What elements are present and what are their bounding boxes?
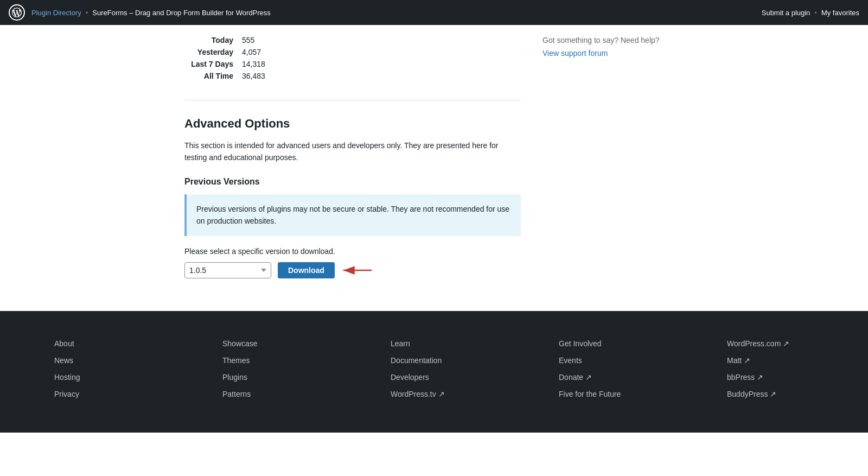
- wordpress-logo[interactable]: [9, 4, 25, 21]
- plugin-directory-link[interactable]: Plugin Directory: [31, 9, 81, 17]
- page-wrapper: Today 555 Yesterday 4,057 Last 7 Days 14…: [174, 25, 694, 278]
- footer-link[interactable]: Matt ↗: [727, 355, 814, 366]
- advanced-options-desc: This section is intended for advanced us…: [184, 139, 521, 164]
- previous-versions-title: Previous Versions: [184, 177, 521, 187]
- last7-value: 14,318: [242, 60, 265, 68]
- warning-box: Previous versions of plugins may not be …: [184, 194, 521, 236]
- footer-link[interactable]: WordPress.tv ↗: [391, 389, 477, 400]
- footer-link[interactable]: Privacy: [54, 389, 141, 400]
- footer-col-3: LearnDocumentationDevelopersWordPress.tv…: [391, 338, 477, 405]
- nav-right-separator: •: [814, 9, 817, 17]
- site-footer: AboutNewsHostingPrivacy ShowcaseThemesPl…: [0, 311, 868, 433]
- footer-link[interactable]: Plugins: [222, 372, 309, 383]
- advanced-options-title: Advanced Options: [184, 117, 521, 131]
- section-divider: [184, 100, 521, 100]
- stats-row-yesterday: Yesterday 4,057: [184, 48, 265, 56]
- stats-row-last7: Last 7 Days 14,318: [184, 60, 265, 68]
- yesterday-label: Yesterday: [184, 48, 233, 56]
- breadcrumb: Plugin Directory • SureForms – Drag and …: [31, 9, 271, 17]
- footer-link[interactable]: About: [54, 338, 141, 350]
- footer-link[interactable]: Patterns: [222, 389, 309, 400]
- last7-label: Last 7 Days: [184, 60, 233, 68]
- support-area: Got something to say? Need help? View su…: [542, 25, 684, 58]
- footer-link[interactable]: News: [54, 355, 141, 366]
- footer-link[interactable]: WordPress.com ↗: [727, 338, 814, 350]
- footer-link[interactable]: Developers: [391, 372, 477, 383]
- nav-separator: •: [86, 9, 88, 17]
- yesterday-value: 4,057: [242, 48, 261, 56]
- alltime-value: 36,483: [242, 72, 265, 80]
- top-navigation: Plugin Directory • SureForms – Drag and …: [0, 0, 868, 25]
- download-button[interactable]: Download: [278, 262, 335, 278]
- plugin-title: SureForms – Drag and Drop Form Builder f…: [92, 9, 270, 17]
- nav-right-actions: Submit a plugin • My favorites: [762, 9, 859, 17]
- version-select[interactable]: 1.0.51.0.41.0.31.0.21.0.11.0.0: [184, 262, 271, 278]
- side-column: Got something to say? Need help? View su…: [542, 25, 684, 278]
- today-label: Today: [184, 36, 233, 45]
- footer-col-5: WordPress.com ↗Matt ↗bbPress ↗BuddyPress…: [727, 338, 814, 405]
- submit-plugin-link[interactable]: Submit a plugin: [762, 9, 810, 17]
- footer-col-2: ShowcaseThemesPluginsPatterns: [222, 338, 309, 405]
- today-value: 555: [242, 36, 254, 45]
- support-prompt: Got something to say? Need help?: [542, 36, 684, 45]
- advanced-options-section: Advanced Options This section is intende…: [184, 117, 521, 278]
- alltime-label: All Time: [184, 72, 233, 80]
- two-column-layout: Today 555 Yesterday 4,057 Last 7 Days 14…: [184, 25, 684, 278]
- stats-row-alltime: All Time 36,483: [184, 72, 265, 80]
- warning-text: Previous versions of plugins may not be …: [196, 205, 509, 225]
- footer-link[interactable]: Showcase: [222, 338, 309, 350]
- view-support-forum-link[interactable]: View support forum: [542, 49, 608, 58]
- footer-link[interactable]: BuddyPress ↗: [727, 389, 814, 400]
- my-favorites-link[interactable]: My favorites: [821, 9, 859, 17]
- footer-link[interactable]: Events: [559, 355, 646, 366]
- footer-link[interactable]: bbPress ↗: [727, 372, 814, 383]
- footer-link[interactable]: Documentation: [391, 355, 477, 366]
- footer-grid: AboutNewsHostingPrivacy ShowcaseThemesPl…: [54, 338, 814, 405]
- arrow-indicator: [341, 263, 374, 278]
- footer-link[interactable]: Themes: [222, 355, 309, 366]
- footer-link[interactable]: Hosting: [54, 372, 141, 383]
- footer-link[interactable]: Donate ↗: [559, 372, 646, 383]
- stats-table: Today 555 Yesterday 4,057 Last 7 Days 14…: [184, 36, 265, 84]
- stats-row-today: Today 555: [184, 36, 265, 45]
- footer-col-4: Get InvolvedEventsDonate ↗Five for the F…: [559, 338, 646, 405]
- footer-link[interactable]: Get Involved: [559, 338, 646, 350]
- footer-link[interactable]: Five for the Future: [559, 389, 646, 400]
- download-row: 1.0.51.0.41.0.31.0.21.0.11.0.0 Download: [184, 262, 521, 278]
- stats-area: Today 555 Yesterday 4,057 Last 7 Days 14…: [184, 25, 521, 94]
- main-column: Today 555 Yesterday 4,057 Last 7 Days 14…: [184, 25, 521, 278]
- download-label-text: Please select a specific version to down…: [184, 247, 521, 256]
- footer-link[interactable]: Learn: [391, 338, 477, 350]
- footer-col-1: AboutNewsHostingPrivacy: [54, 338, 141, 405]
